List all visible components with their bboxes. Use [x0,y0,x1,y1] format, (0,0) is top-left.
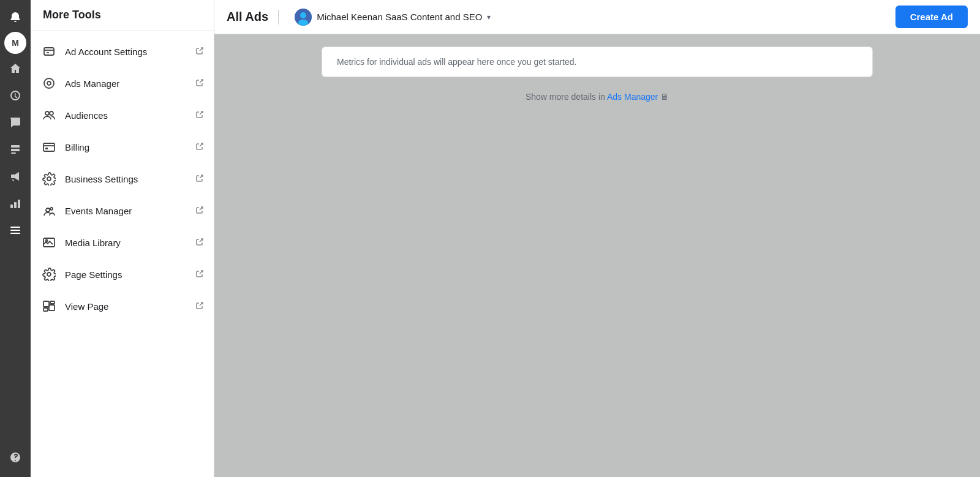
svg-rect-18 [45,148,48,149]
page-settings-label: Page Settings [65,269,122,280]
external-link-icon-5 [195,206,204,216]
menu-icon[interactable] [3,218,28,242]
ad-account-settings-icon [40,43,58,60]
audiences-icon [40,107,58,124]
svg-point-20 [46,208,50,212]
account-selector[interactable]: Michael Keenan SaaS Content and SEO ▾ [288,5,497,29]
menu-panel: More Tools Ad Account Settings [31,0,214,477]
user-avatar[interactable]: M [4,32,26,54]
external-link-icon-8 [195,301,204,312]
svg-rect-9 [44,48,54,55]
svg-rect-27 [43,308,48,311]
main-content: All Ads Michael Keenan SaaS Content and … [214,0,980,477]
menu-header: More Tools [31,0,214,31]
menu-item-media-library[interactable]: Media Library [31,227,214,258]
svg-point-24 [47,272,51,276]
menu-item-ads-manager[interactable]: Ads Manager [31,67,214,99]
svg-rect-4 [14,202,17,208]
ads-manager-link[interactable]: Ads Manager [607,92,658,102]
svg-rect-3 [10,205,13,208]
svg-point-21 [50,208,53,210]
menu-item-audiences[interactable]: Audiences [31,99,214,131]
external-link-icon-1 [195,78,204,89]
chevron-down-icon: ▾ [487,13,491,21]
ads-manager-label: Ads Manager [65,78,119,89]
svg-point-13 [47,81,51,85]
megaphone-icon[interactable] [3,164,28,189]
menu-item-business-settings[interactable]: Business Settings [31,163,214,195]
external-link-icon-6 [195,238,204,248]
chart-icon[interactable] [3,191,28,216]
media-library-icon [40,234,58,251]
menu-items-list: Ad Account Settings Ads Manager [31,31,214,477]
page-settings-icon [40,266,58,283]
svg-rect-1 [11,149,20,151]
svg-rect-0 [11,145,20,148]
billing-icon [40,138,58,156]
pages-icon[interactable] [3,137,28,162]
view-page-icon [40,298,58,315]
chat-icon[interactable] [3,110,28,135]
svg-rect-6 [10,227,20,228]
svg-rect-2 [11,152,16,154]
help-icon[interactable] [3,445,28,470]
svg-rect-28 [49,305,55,310]
header-left: All Ads Michael Keenan SaaS Content and … [227,5,497,29]
icon-nav: M [0,0,31,477]
svg-point-15 [50,111,53,115]
account-avatar [295,9,312,26]
more-details-text: Show more details in Ads Manager 🖥 [526,92,669,102]
svg-rect-8 [10,233,20,234]
account-name: Michael Keenan SaaS Content and SEO [317,12,482,22]
ad-account-settings-label: Ad Account Settings [65,47,147,57]
menu-item-view-page[interactable]: View Page [31,290,214,322]
business-settings-label: Business Settings [65,174,138,184]
media-library-label: Media Library [65,238,121,248]
svg-rect-26 [50,301,55,304]
menu-item-page-settings[interactable]: Page Settings [31,258,214,290]
svg-rect-5 [18,200,20,208]
external-link-icon-0 [195,47,204,57]
notification-icon[interactable] [3,5,28,29]
svg-rect-25 [43,301,49,307]
external-link-icon-4 [195,174,204,184]
svg-point-12 [44,78,54,88]
ads-manager-link-icon: 🖥 [660,92,669,102]
menu-item-billing[interactable]: Billing [31,131,214,163]
metrics-banner-text: Metrics for individual ads will appear h… [337,57,858,67]
header-divider [278,10,279,24]
audiences-label: Audiences [65,110,108,121]
business-settings-icon [40,170,58,187]
svg-rect-16 [43,143,55,151]
events-manager-icon [40,202,58,219]
external-link-icon-2 [195,110,204,121]
billing-label: Billing [65,142,89,152]
menu-item-events-manager[interactable]: Events Manager [31,195,214,227]
view-page-label: View Page [65,301,108,312]
main-header: All Ads Michael Keenan SaaS Content and … [214,0,980,34]
menu-item-ad-account-settings[interactable]: Ad Account Settings [31,36,214,67]
history-icon[interactable] [3,83,28,108]
metrics-banner: Metrics for individual ads will appear h… [322,47,873,77]
home-icon[interactable] [3,56,28,81]
create-ad-button[interactable]: Create Ad [895,6,968,28]
page-title: All Ads [227,10,268,24]
ads-manager-icon [40,75,58,92]
external-link-icon-7 [195,269,204,280]
svg-point-14 [45,111,49,115]
show-more-label: Show more details in [526,92,605,102]
svg-point-19 [47,177,51,181]
svg-point-31 [298,20,308,26]
svg-point-30 [300,12,306,18]
svg-rect-7 [10,230,20,231]
external-link-icon-3 [195,142,204,152]
main-body: Metrics for individual ads will appear h… [214,34,980,477]
events-manager-label: Events Manager [65,206,132,216]
